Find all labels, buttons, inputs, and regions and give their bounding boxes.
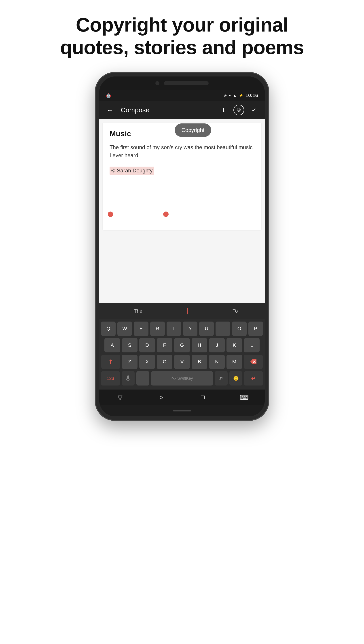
tooltip-text: Copyright [181, 127, 204, 133]
mic-button[interactable] [122, 371, 134, 386]
key-y[interactable]: Y [183, 322, 198, 336]
bottom-indicator [173, 410, 191, 412]
back-button[interactable]: ← [105, 104, 115, 116]
wifi-icon: ▾ [229, 94, 231, 98]
svg-marker-0 [250, 359, 256, 364]
key-z[interactable]: Z [122, 355, 138, 369]
suggestion-words: The To [111, 308, 260, 314]
swiftkey-logo: SwiftKey [171, 376, 193, 381]
document-copyright: © Sarah Doughty [110, 166, 154, 175]
key-j[interactable]: J [209, 338, 225, 352]
camera-dot [156, 81, 160, 85]
phone-top-bar [99, 76, 265, 90]
key-o[interactable]: O [232, 322, 246, 336]
suggestion-divider [187, 308, 188, 314]
svg-rect-3 [127, 376, 129, 379]
document-body: The first sound of my son's cry was the … [110, 143, 254, 160]
copyright-tooltip: Copyright [174, 124, 211, 137]
suggestion-bar: ≡ The To [99, 303, 265, 319]
page-header: Copyright your original quotes, stories … [38, 0, 326, 68]
menu-icon[interactable]: ≡ [104, 308, 107, 314]
suggestion-word-2[interactable]: To [232, 308, 238, 314]
key-d[interactable]: D [139, 338, 155, 352]
key-a[interactable]: A [104, 338, 120, 352]
key-i[interactable]: I [216, 322, 230, 336]
backspace-icon [250, 359, 256, 364]
copyright-button[interactable]: © [234, 105, 244, 116]
comma-button[interactable]: , [136, 371, 149, 386]
keyboard: Q W E R T Y U I O P A S D F G [99, 319, 265, 390]
battery-icon: ⚡ [239, 94, 243, 98]
key-p[interactable]: P [248, 322, 263, 336]
key-row-3: ⬆ Z X C V B N M [101, 355, 263, 369]
key-x[interactable]: X [139, 355, 155, 369]
app-toolbar: ← Compose ⬇ © ✓ [99, 101, 265, 119]
emoji-button[interactable]: 🙂 [230, 371, 242, 386]
header-line1: Copyright your original [76, 14, 288, 36]
key-l[interactable]: L [244, 338, 260, 352]
space-button[interactable]: SwiftKey [151, 371, 213, 386]
key-m[interactable]: M [226, 355, 242, 369]
key-t[interactable]: T [166, 322, 181, 336]
download-button[interactable]: ⬇ [218, 105, 229, 116]
status-left: 🤖 [106, 93, 111, 98]
toolbar-actions: ⬇ © ✓ [218, 105, 259, 116]
selection-handle-right [163, 212, 168, 217]
toolbar-title: Compose [121, 106, 215, 114]
header-line2: quotes, stories and poems [60, 36, 304, 58]
delete-button[interactable] [244, 355, 263, 369]
keyboard-nav-button[interactable]: ⌨ [238, 391, 251, 404]
key-c[interactable]: C [157, 355, 172, 369]
key-row-2: A S D F G H J K L [101, 338, 263, 352]
phone: 🤖 ⊘ ▾ ▲ ⚡ 10:16 ← Compose ⬇ © [95, 72, 269, 421]
key-w[interactable]: W [118, 322, 132, 336]
status-bar: 🤖 ⊘ ▾ ▲ ⚡ 10:16 [99, 90, 265, 101]
key-n[interactable]: N [209, 355, 225, 369]
key-e[interactable]: E [134, 322, 148, 336]
speaker-grille [164, 81, 208, 85]
key-b[interactable]: B [192, 355, 207, 369]
key-row-4: 123 , [101, 371, 263, 386]
document-card[interactable]: Music The first sound of my son's cry wa… [103, 122, 261, 230]
shift-button[interactable]: ⬆ [101, 355, 120, 369]
phone-wrapper: 🤖 ⊘ ▾ ▲ ⚡ 10:16 ← Compose ⬇ © [95, 72, 269, 421]
selection-handle-left [108, 212, 113, 217]
punctuation-button[interactable]: .!? [215, 371, 228, 386]
content-area: Copyright Music The first sound of my so… [99, 119, 265, 303]
key-v[interactable]: V [174, 355, 190, 369]
key-h[interactable]: H [192, 338, 207, 352]
back-nav-button[interactable]: ▽ [113, 391, 127, 404]
selection-line [108, 214, 256, 214]
key-row-1: Q W E R T Y U I O P [101, 322, 263, 336]
nav-bar: ▽ ○ □ ⌨ [99, 390, 265, 405]
signal-icon: ▲ [233, 94, 236, 98]
phone-screen: 🤖 ⊘ ▾ ▲ ⚡ 10:16 ← Compose ⬇ © [99, 76, 265, 416]
time-display: 10:16 [246, 92, 258, 98]
suggestion-word-1[interactable]: The [134, 308, 142, 314]
numbers-button[interactable]: 123 [101, 371, 120, 386]
key-f[interactable]: F [157, 338, 172, 352]
recents-nav-button[interactable]: □ [196, 391, 210, 404]
key-q[interactable]: Q [101, 322, 116, 336]
key-s[interactable]: S [122, 338, 138, 352]
key-r[interactable]: R [150, 322, 165, 336]
copyright-icon: © [237, 107, 240, 113]
status-right: ⊘ ▾ ▲ ⚡ 10:16 [224, 92, 258, 98]
mute-icon: ⊘ [224, 94, 227, 98]
enter-button[interactable]: ↵ [244, 371, 263, 386]
key-k[interactable]: K [226, 338, 242, 352]
check-button[interactable]: ✓ [249, 105, 259, 116]
key-u[interactable]: U [199, 322, 214, 336]
microphone-icon [126, 376, 130, 381]
android-icon: 🤖 [106, 93, 111, 98]
home-nav-button[interactable]: ○ [155, 391, 168, 404]
key-g[interactable]: G [174, 338, 190, 352]
phone-bottom [99, 405, 265, 416]
